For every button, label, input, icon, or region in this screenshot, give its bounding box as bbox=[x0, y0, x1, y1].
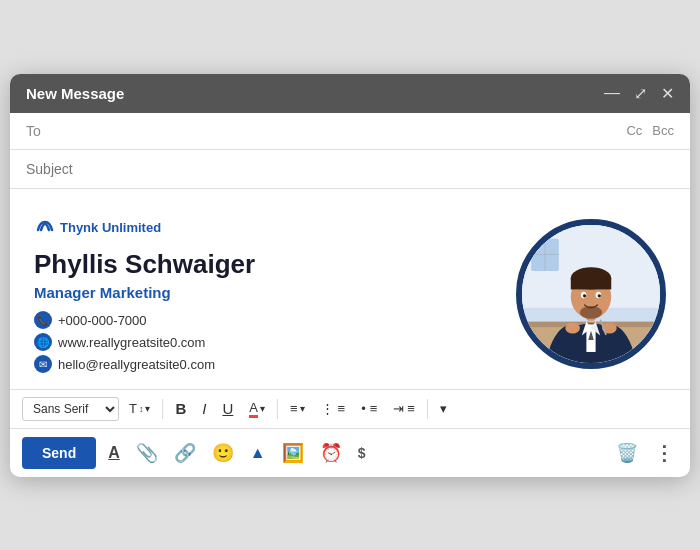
cc-button[interactable]: Cc bbox=[626, 123, 642, 138]
divider-2 bbox=[277, 399, 278, 419]
signature-block: Thynk Unlimited Phyllis Schwaiger Manage… bbox=[34, 214, 496, 373]
signature-title: Manager Marketing bbox=[34, 284, 496, 301]
minimize-button[interactable]: — bbox=[604, 84, 620, 102]
brand-row: Thynk Unlimited bbox=[34, 214, 496, 241]
subject-input[interactable] bbox=[26, 161, 674, 177]
email-address: hello@reallygreatsite0.com bbox=[58, 357, 215, 372]
email-icon: ✉ bbox=[34, 355, 52, 373]
maximize-button[interactable]: ⤢ bbox=[634, 84, 647, 103]
bullet-list-button[interactable]: • ≡ bbox=[355, 397, 383, 420]
compose-window: New Message — ⤢ ✕ To Cc Bcc bbox=[10, 74, 690, 477]
cc-bcc-controls: Cc Bcc bbox=[626, 123, 674, 138]
italic-button[interactable]: I bbox=[196, 396, 212, 421]
confidential-button[interactable]: $ bbox=[354, 441, 370, 465]
action-toolbar: Send A 📎 🔗 🙂 ▲ 🖼️ ⏰ $ 🗑️ ⋮ bbox=[10, 429, 690, 477]
brand-logo: Thynk Unlimited bbox=[34, 214, 161, 241]
numbered-list-button[interactable]: ⋮ ≡ bbox=[315, 397, 352, 420]
signature-name: Phyllis Schwaiger bbox=[34, 249, 496, 280]
divider-1 bbox=[162, 399, 163, 419]
svg-point-14 bbox=[583, 294, 586, 297]
brand-icon bbox=[34, 214, 56, 241]
send-button[interactable]: Send bbox=[22, 437, 96, 469]
phone-row: 📞 +000-000-7000 bbox=[34, 311, 496, 329]
divider-3 bbox=[427, 399, 428, 419]
phone-icon: 📞 bbox=[34, 311, 52, 329]
website-icon: 🌐 bbox=[34, 333, 52, 351]
svg-rect-10 bbox=[571, 278, 611, 289]
google-drive-button[interactable]: ▲ bbox=[246, 440, 270, 466]
text-format-button[interactable]: A bbox=[104, 440, 124, 466]
bcc-button[interactable]: Bcc bbox=[652, 123, 674, 138]
delete-button[interactable]: 🗑️ bbox=[612, 438, 642, 468]
svg-point-15 bbox=[598, 294, 601, 297]
insert-emoji-button[interactable]: 🙂 bbox=[208, 438, 238, 468]
to-label: To bbox=[26, 123, 66, 139]
signature-contacts: 📞 +000-000-7000 🌐 www.reallygreatsite0.c… bbox=[34, 311, 496, 373]
font-color-button[interactable]: A ▾ bbox=[243, 396, 271, 422]
align-button[interactable]: ≡ ▾ bbox=[284, 397, 311, 420]
close-button[interactable]: ✕ bbox=[661, 84, 674, 103]
email-body[interactable]: Thynk Unlimited Phyllis Schwaiger Manage… bbox=[10, 189, 690, 389]
to-row: To Cc Bcc bbox=[10, 113, 690, 150]
subject-row bbox=[10, 150, 690, 189]
website-url: www.reallygreatsite0.com bbox=[58, 335, 205, 350]
email-row: ✉ hello@reallygreatsite0.com bbox=[34, 355, 496, 373]
signature-photo bbox=[516, 219, 666, 369]
font-size-icon: T bbox=[129, 401, 137, 416]
window-controls: — ⤢ ✕ bbox=[604, 84, 674, 103]
brand-name: Thynk Unlimited bbox=[60, 220, 161, 235]
to-input[interactable] bbox=[66, 123, 626, 139]
bold-button[interactable]: B bbox=[169, 396, 192, 421]
font-family-select[interactable]: Sans Serif Serif Monospace bbox=[22, 397, 119, 421]
titlebar: New Message — ⤢ ✕ bbox=[10, 74, 690, 113]
attach-file-button[interactable]: 📎 bbox=[132, 438, 162, 468]
person-illustration bbox=[522, 225, 660, 363]
more-options-button[interactable]: ⋮ bbox=[650, 437, 678, 469]
underline-button[interactable]: U bbox=[216, 396, 239, 421]
font-size-button[interactable]: T ↕ ▾ bbox=[123, 397, 156, 420]
svg-point-16 bbox=[565, 322, 580, 333]
website-row: 🌐 www.reallygreatsite0.com bbox=[34, 333, 496, 351]
signature-photo-wrap bbox=[516, 219, 666, 369]
schedule-send-button[interactable]: ⏰ bbox=[316, 438, 346, 468]
insert-photo-button[interactable]: 🖼️ bbox=[278, 438, 308, 468]
more-format-button[interactable]: ▾ bbox=[434, 397, 453, 420]
phone-number: +000-000-7000 bbox=[58, 313, 147, 328]
window-title: New Message bbox=[26, 85, 124, 102]
insert-link-button[interactable]: 🔗 bbox=[170, 438, 200, 468]
indent-button[interactable]: ⇥ ≡ bbox=[387, 397, 421, 420]
format-toolbar: Sans Serif Serif Monospace T ↕ ▾ B I U A… bbox=[10, 389, 690, 429]
